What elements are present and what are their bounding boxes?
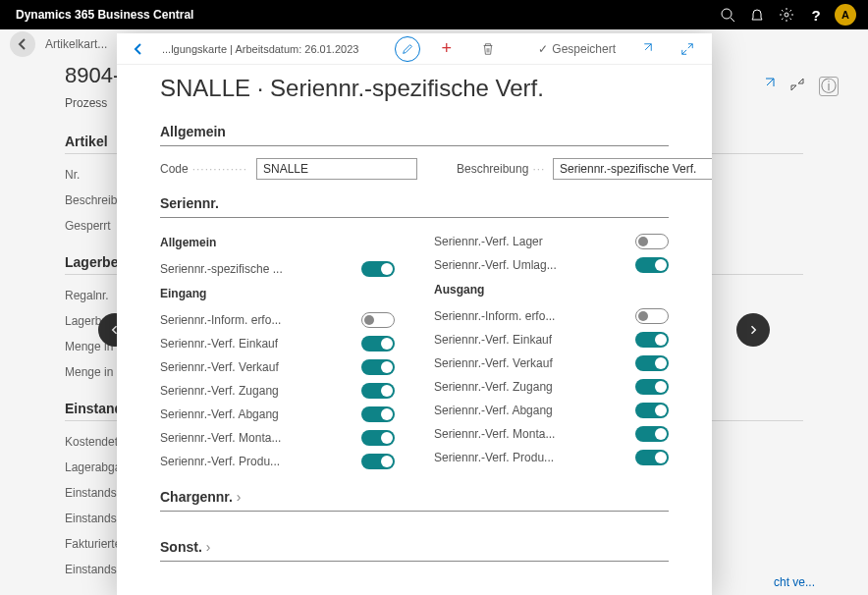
toggle-row: Seriennr.-Verf. Verkauf	[434, 352, 669, 375]
toggle-switch[interactable]	[635, 379, 669, 395]
modal-back-button[interactable]	[127, 37, 150, 61]
toggle-switch[interactable]	[635, 426, 669, 442]
group-chargennr[interactable]: Chargennr.	[160, 473, 669, 512]
toggle-row: Seriennr.-Verf. Zugang	[160, 379, 395, 403]
toggle-row: Seriennr.-Verf. Abgang	[160, 403, 395, 426]
toggle-label: Seriennr.-Verf. Umlag...	[434, 258, 557, 272]
toggle-row: Seriennr.-Verf. Abgang	[434, 399, 669, 422]
bell-icon[interactable]	[742, 0, 772, 29]
toggle-row: Seriennr.-Verf. Einkauf	[434, 328, 669, 352]
toggle-switch[interactable]	[361, 406, 395, 422]
modal-breadcrumb: ...lgungskarte | Arbeitsdatum: 26.01.202…	[162, 43, 358, 55]
help-icon[interactable]: ?	[801, 0, 831, 29]
toggle-row: Seriennr.-Verf. Produ...	[160, 450, 395, 473]
edit-icon[interactable]	[395, 36, 420, 62]
toggle-label: Seriennr.-Verf. Zugang	[160, 384, 279, 398]
toggle-switch[interactable]	[635, 355, 669, 371]
popout-modal-icon[interactable]	[631, 35, 661, 63]
tracking-card-modal: ...lgungskarte | Arbeitsdatum: 26.01.202…	[117, 33, 712, 595]
toggle-switch[interactable]	[361, 454, 395, 469]
toggle-row: Seriennr.-Verf. Monta...	[434, 422, 669, 446]
toggle-label: Seriennr.-Verf. Lager	[434, 235, 543, 248]
group-seriennr[interactable]: Seriennr.	[160, 180, 669, 218]
toggle-label: Seriennr.-Verf. Monta...	[434, 427, 555, 441]
toggle-row: Seriennr.-Verf. Umlag...	[434, 253, 669, 277]
svg-line-1	[731, 18, 734, 22]
delete-icon[interactable]	[473, 35, 503, 63]
toggle-row: Seriennr.-Verf. Monta...	[160, 426, 395, 450]
toggle-label: Seriennr.-spezifische ...	[160, 262, 283, 276]
toggle-label: Seriennr.-Inform. erfo...	[160, 313, 281, 327]
toggle-label: Seriennr.-Verf. Abgang	[160, 407, 279, 421]
toggle-switch[interactable]	[635, 450, 669, 465]
new-icon[interactable]: +	[432, 35, 461, 63]
toggle-label: Seriennr.-Verf. Abgang	[434, 404, 553, 417]
subgroup-head: Eingang	[160, 287, 395, 300]
toggle-switch[interactable]	[635, 403, 669, 418]
toggle-switch[interactable]	[361, 383, 395, 399]
code-label: Code	[160, 162, 248, 176]
toggle-label: Seriennr.-Verf. Verkauf	[160, 360, 279, 374]
gear-icon[interactable]	[772, 0, 801, 29]
desc-input[interactable]	[553, 158, 712, 180]
toggle-label: Seriennr.-Verf. Monta...	[160, 431, 281, 445]
toggle-switch[interactable]	[635, 308, 669, 324]
toggle-label: Seriennr.-Verf. Einkauf	[434, 333, 552, 347]
toggle-label: Seriennr.-Verf. Produ...	[160, 455, 280, 468]
code-input[interactable]	[256, 158, 417, 180]
toggle-row: Seriennr.-Verf. Verkauf	[160, 355, 395, 379]
toggle-label: Seriennr.-Inform. erfo...	[434, 309, 555, 323]
toggle-switch[interactable]	[361, 312, 395, 328]
toggle-row: Seriennr.-Verf. Einkauf	[160, 332, 395, 355]
toggle-row: Seriennr.-Inform. erfo...	[434, 304, 669, 328]
toggle-switch[interactable]	[361, 336, 395, 352]
modal-title: SNALLE · Seriennr.-spezifische Verf.	[117, 65, 712, 108]
app-title: Dynamics 365 Business Central	[8, 8, 193, 22]
toggle-row: Seriennr.-Verf. Produ...	[434, 446, 669, 469]
toggle-switch[interactable]	[361, 359, 395, 375]
toggle-switch[interactable]	[635, 234, 669, 249]
toggle-label: Seriennr.-Verf. Produ...	[434, 451, 554, 464]
toggle-label: Seriennr.-Verf. Zugang	[434, 380, 553, 394]
toggle-row: Seriennr.-Inform. erfo...	[160, 308, 395, 332]
group-allgemein[interactable]: Allgemein	[160, 108, 669, 146]
svg-point-0	[722, 9, 732, 19]
toggle-row: Seriennr.-Verf. Zugang	[434, 375, 669, 399]
avatar[interactable]: A	[831, 0, 860, 29]
svg-point-2	[785, 13, 788, 17]
toggle-switch[interactable]	[361, 261, 395, 277]
search-icon[interactable]	[713, 0, 742, 29]
saved-status: ✓ Gespeichert	[538, 42, 616, 56]
toggle-switch[interactable]	[361, 430, 395, 446]
subgroup-head: Allgemein	[160, 236, 395, 249]
toggle-switch[interactable]	[635, 332, 669, 348]
toggle-row: Seriennr.-Verf. Lager	[434, 230, 669, 253]
expand-modal-icon[interactable]	[673, 35, 702, 63]
desc-label: Beschreibung	[457, 162, 545, 176]
group-sonst[interactable]: Sonst.	[160, 523, 669, 562]
toggle-label: Seriennr.-Verf. Verkauf	[434, 356, 553, 370]
toggle-switch[interactable]	[635, 257, 669, 273]
toggle-row: Seriennr.-spezifische ...	[160, 257, 395, 281]
subgroup-head: Ausgang	[434, 283, 669, 297]
toggle-label: Seriennr.-Verf. Einkauf	[160, 337, 278, 351]
